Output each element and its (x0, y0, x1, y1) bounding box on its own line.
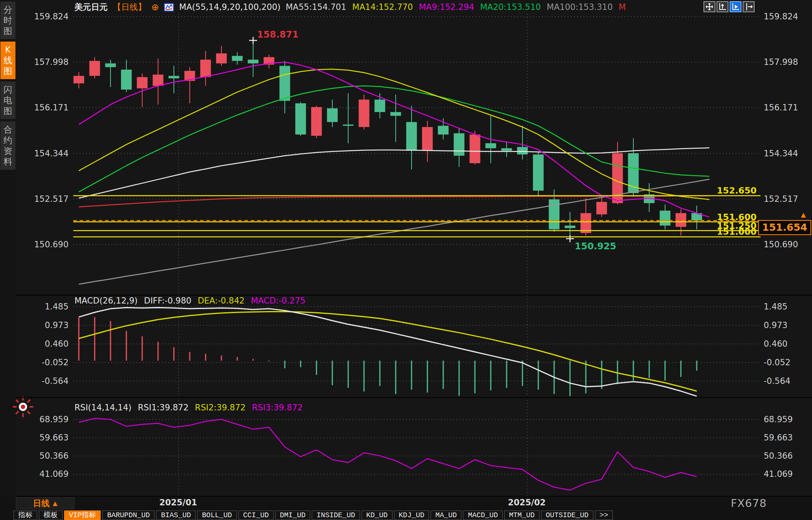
price-tick: 150.690 (764, 239, 798, 250)
pane-separator[interactable] (16, 397, 812, 398)
price-tick: 68.959 (15, 414, 69, 425)
axis-scale-icon[interactable] (717, 1, 728, 12)
ma-readouts: MA55:154.701MA14:152.770MA9:152.294MA20:… (286, 2, 626, 12)
macd-header: MACD(26,12,9) DIFF:-0.980 DEA:-0.842 MAC… (74, 296, 305, 306)
symbol-title: 美元日元 (74, 2, 108, 13)
indicator-tab-OUTSIDE_UD[interactable]: OUTSIDE_UD (541, 511, 593, 520)
support-line-label: 152.650 (697, 186, 757, 195)
ma-readout: MA100:153.310 (547, 2, 612, 12)
price-tick: 1.485 (15, 302, 69, 312)
price-tick: 156.171 (764, 102, 798, 113)
indicator-tab-BARUPDN_UD[interactable]: BARUPDN_UD (102, 511, 154, 520)
x-axis-label-feb: 2025/02 (495, 498, 558, 507)
macd-title: MACD(26,12,9) (74, 296, 138, 306)
indicator-tab-CCI_UD[interactable]: CCI_UD (238, 511, 274, 520)
price-tick: -0.052 (764, 357, 791, 368)
ma-readout: MA14:152.770 (352, 2, 413, 12)
price-tick: 41.069 (15, 469, 69, 479)
support-lines (73, 195, 761, 237)
price-tick: 59.663 (764, 433, 793, 443)
indicator-tab-BIAS_UD[interactable]: BIAS_UD (156, 511, 196, 520)
price-tick: 50.366 (764, 451, 793, 461)
chart-header: 美元日元 【日线】 ⊕ MA(55,14,9,20,100,200) MA55:… (74, 1, 626, 13)
price-tick: 41.069 (764, 469, 793, 479)
ma-readout: M (619, 2, 626, 12)
crosshair-icon[interactable] (703, 1, 715, 12)
indicator-tab-INSIDE_UD[interactable]: INSIDE_UD (312, 511, 360, 520)
indicator-tab-MACD_UD[interactable]: MACD_UD (463, 511, 503, 520)
sidebar-item-闪电图[interactable]: 闪电图 (0, 82, 15, 119)
period-label: 日线 (33, 498, 50, 509)
macd-diff-line (79, 307, 697, 396)
indicator-tab-MTM_UD[interactable]: MTM_UD (504, 511, 539, 520)
indicator-tab-KD_UD[interactable]: KD_UD (362, 511, 393, 520)
macd-dea-line (79, 311, 697, 391)
price-tick: 154.344 (764, 148, 798, 159)
pane-separator (16, 496, 812, 497)
price-tick: 1.485 (764, 302, 787, 312)
price-tick: 50.366 (15, 451, 69, 461)
price-tick: -0.564 (764, 376, 791, 386)
axis-play-icon[interactable] (730, 1, 741, 12)
indicator-tab-KDJ_UD[interactable]: KDJ_UD (394, 511, 429, 520)
price-tick: 152.517 (15, 194, 69, 204)
price-tick: 0.973 (15, 320, 69, 330)
indicator-tab-MA_UD[interactable]: MA_UD (431, 511, 461, 520)
macd-histogram (79, 317, 697, 396)
price-tick: -0.564 (15, 376, 69, 386)
support-line-label: 151.000 (697, 227, 757, 237)
circle-plus-icon[interactable]: ⊕ (151, 2, 159, 12)
extreme-price-label: 150.925 (575, 241, 616, 251)
rsi3-value: RSI3:39.872 (252, 403, 303, 412)
rsi-line (79, 418, 697, 490)
price-tick: 157.998 (15, 57, 69, 67)
mini-chart-icon[interactable] (164, 3, 174, 11)
price-tick: 159.824 (764, 11, 798, 22)
price-tick: 68.959 (764, 414, 793, 425)
price-tick: -0.052 (15, 357, 69, 368)
watermark: FX678 (731, 497, 767, 509)
pane-separator[interactable] (16, 294, 812, 296)
gridlines (73, 14, 761, 495)
chart-toolbar (703, 1, 755, 12)
trading-app: 分时图K线图闪电图合约资料 美元日元 【日线】 ⊕ MA(55,14,9,20,… (0, 0, 812, 520)
chart-type-sidebar: 分时图K线图闪电图合约资料 (0, 0, 16, 520)
extreme-price-label: 158.871 (257, 29, 299, 40)
price-tick: 59.663 (15, 433, 69, 443)
x-axis-label-jan: 2025/01 (147, 498, 210, 507)
price-tick: 152.517 (764, 194, 798, 204)
sidebar-item-合约资料[interactable]: 合约资料 (0, 121, 15, 170)
price-arrow-icon: ▲ (801, 211, 806, 218)
candles-layer (74, 40, 702, 239)
indicator-tab-VIP指标[interactable]: VIP指标 (64, 511, 101, 520)
price-tick: 156.171 (15, 102, 69, 113)
rsi-title: RSI(14,14,14) (74, 403, 132, 412)
indicator-tab-指标[interactable]: 指标 (13, 511, 37, 520)
price-tick: 0.460 (15, 339, 69, 349)
price-tick: 0.460 (764, 339, 787, 349)
indicator-tab->>[interactable]: >> (595, 511, 613, 520)
price-tick: 154.344 (15, 148, 69, 159)
indicator-tab-DMI_UD[interactable]: DMI_UD (275, 511, 311, 520)
candlestick-chart-canvas[interactable] (0, 0, 812, 520)
period-selector[interactable]: 日线 ▲ (16, 497, 74, 509)
macd-diff-value: DIFF:-0.980 (144, 296, 192, 306)
current-price-box[interactable]: 151.654 (758, 220, 811, 235)
rsi2-value: RSI2:39.872 (195, 403, 246, 412)
sidebar-item-K线图[interactable]: K线图 (0, 42, 15, 79)
rsi1-value: RSI1:39.872 (138, 403, 189, 412)
period-arrow-icon: ▲ (53, 500, 57, 507)
ma-readout: MA20:153.510 (480, 2, 541, 12)
price-tick: 150.690 (15, 239, 69, 250)
axis-shift-icon[interactable] (743, 1, 755, 12)
ma-readout: MA55:154.701 (286, 2, 346, 12)
indicator-tabs: 指标模板VIP指标BARUPDN_UDBIAS_UDBOLL_UDCCI_UDD… (13, 511, 613, 520)
price-tick: 0.973 (764, 320, 787, 330)
macd-dea-value: DEA:-0.842 (198, 296, 244, 306)
sidebar-item-分时图[interactable]: 分时图 (0, 2, 15, 39)
indicator-tab-BOLL_UD[interactable]: BOLL_UD (197, 511, 237, 520)
indicator-tab-模板[interactable]: 模板 (39, 511, 63, 520)
footer-bar: 日线 ▲ 2025/01 2025/02 FX678 指标模板VIP指标BARU… (0, 497, 812, 520)
period-tag[interactable]: 【日线】 (113, 2, 146, 13)
price-tick: 159.824 (15, 11, 69, 22)
